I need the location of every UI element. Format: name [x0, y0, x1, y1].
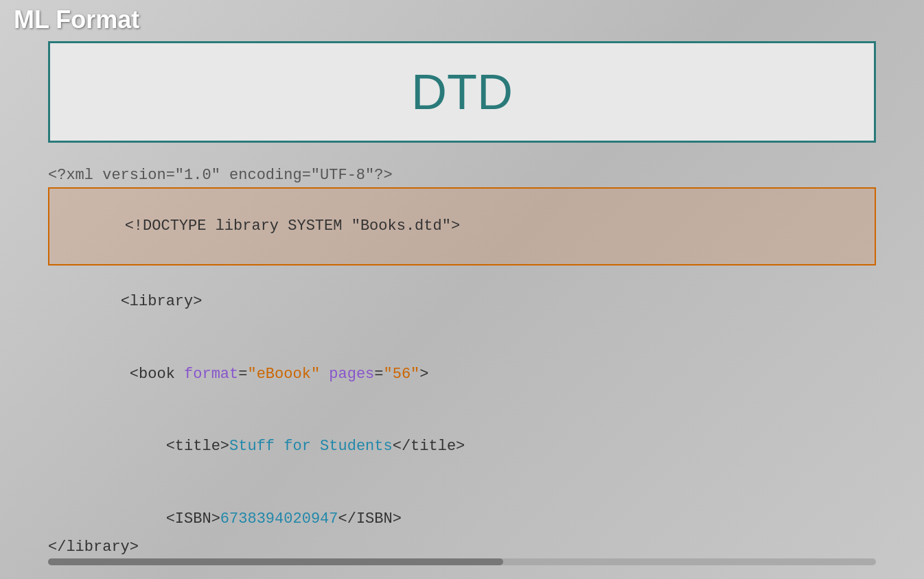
book-open-pre: <book	[121, 366, 184, 383]
book-attr1-val: "eBoook"	[247, 366, 320, 383]
slide-container: ML Format DTD <?xml version="1.0" encodi…	[0, 0, 924, 579]
dtd-box: DTD	[48, 41, 876, 143]
book-attr1-name: format	[184, 366, 238, 383]
book-attr2-val: "56"	[384, 366, 420, 383]
book-attr2-name: pages	[329, 366, 374, 383]
doctype-text: <!DOCTYPE library SYSTEM "Books.dtd">	[125, 217, 460, 235]
book-open-line: <book format="eBoook" pages="56">	[48, 338, 876, 410]
isbn-content: 6738394020947	[220, 510, 338, 528]
scrollbar-track[interactable]	[48, 558, 876, 565]
doctype-line: <!DOCTYPE library SYSTEM "Books.dtd">	[48, 187, 876, 265]
isbn-line: <ISBN>6738394020947</ISBN>	[48, 482, 876, 555]
title-bar: ML Format	[0, 0, 153, 40]
library-open-line: <library>	[48, 265, 876, 338]
title-content: Stuff for Students	[229, 438, 393, 455]
content-area: DTD <?xml version="1.0" encoding="UTF-8"…	[48, 41, 876, 565]
title-line: <title>Stuff for Students</title>	[48, 410, 876, 483]
slide-title: ML Format	[14, 5, 139, 34]
book-close-bracket: >	[419, 366, 428, 383]
title-pre: <title>	[121, 438, 229, 455]
library-close-line: </library>	[48, 539, 139, 556]
book-space	[320, 366, 329, 383]
scrollbar-thumb[interactable]	[48, 558, 503, 565]
isbn-pre: <ISBN>	[121, 510, 220, 528]
book-attr1-eq: =	[238, 366, 247, 383]
isbn-post: </ISBN>	[338, 510, 402, 528]
xml-declaration-line: <?xml version="1.0" encoding="UTF-8"?>	[48, 163, 876, 187]
code-area: <?xml version="1.0" encoding="UTF-8"?> <…	[48, 163, 876, 579]
dtd-title: DTD	[411, 64, 513, 119]
book-attr2-eq: =	[374, 366, 383, 383]
title-post: </title>	[393, 438, 465, 455]
library-open-tag: <library>	[121, 293, 203, 310]
